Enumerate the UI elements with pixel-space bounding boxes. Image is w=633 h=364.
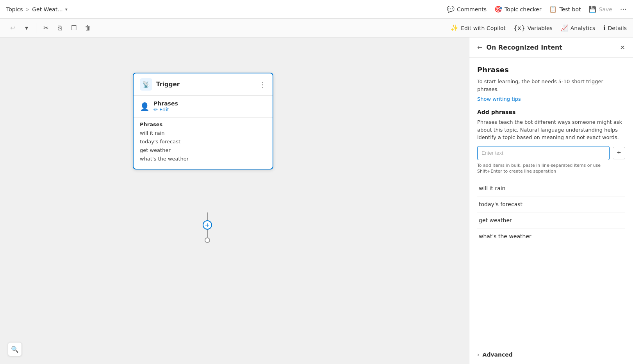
connector-end-circle [205, 237, 210, 243]
copilot-icon: ✨ [451, 24, 458, 32]
zoom-icon: 🔍 [11, 346, 19, 353]
add-node-button[interactable]: + [203, 220, 212, 230]
panel-header: ← On Recognized Intent ✕ [469, 37, 633, 58]
connector-line-bottom [207, 230, 208, 237]
trigger-icon: 📡 [140, 78, 152, 91]
breadcrumb-separator: > [25, 6, 30, 12]
comments-action[interactable]: 💬 Comments [447, 5, 487, 13]
save-label: Save [599, 6, 612, 12]
analytics-icon: 📈 [560, 24, 568, 32]
trigger-header: 📡 Trigger ⋮ [134, 73, 273, 96]
topic-checker-label: Topic checker [505, 6, 542, 12]
breadcrumb: Topics > Get Weat... ▾ [6, 6, 68, 12]
trigger-title: Trigger [156, 81, 180, 88]
topic-checker-action[interactable]: 🎯 Topic checker [494, 5, 542, 13]
comments-label: Comments [457, 6, 487, 12]
breadcrumb-chevron-down-icon[interactable]: ▾ [65, 7, 68, 12]
phrase-text-4: what's the weather [479, 233, 531, 239]
phrases-list-title: Phrases [140, 121, 266, 127]
paste-button[interactable]: ❐ [68, 22, 80, 34]
test-bot-label: Test bot [559, 6, 581, 12]
breadcrumb-current: Get Weat... [32, 6, 62, 12]
analytics-label: Analytics [571, 25, 596, 31]
more-options-icon[interactable]: ··· [620, 5, 627, 13]
topics-breadcrumb-link[interactable]: Topics [6, 6, 23, 12]
top-bar-actions: 💬 Comments 🎯 Topic checker 📋 Test bot 💾 … [447, 5, 627, 13]
edit-copilot-action[interactable]: ✨ Edit with Copilot [451, 24, 506, 32]
phrases-list-section: Phrases will it rain today's forecast ge… [134, 118, 273, 169]
panel-header-left: ← On Recognized Intent [477, 44, 562, 51]
add-phrase-input-row: + [477, 146, 625, 160]
toolbar-right: ✨ Edit with Copilot {x} Variables 📈 Anal… [451, 24, 627, 32]
panel-description: To start learning, the bot needs 5-10 sh… [477, 78, 625, 93]
save-icon: 💾 [588, 5, 596, 13]
back-arrow-icon[interactable]: ← [477, 44, 482, 51]
phrases-info: Phrases ✏ Edit [153, 100, 178, 112]
toolbar-left: ↩ ▾ ✂ ⎘ ❐ 🗑 [6, 22, 94, 34]
close-panel-icon[interactable]: ✕ [620, 44, 625, 51]
copy-button[interactable]: ⎘ [53, 22, 66, 34]
variables-icon: {x} [514, 24, 525, 32]
comments-icon: 💬 [447, 5, 455, 13]
delete-button[interactable]: 🗑 [82, 22, 94, 34]
advanced-label: Advanced [483, 352, 513, 358]
phrases-icon: 👤 [140, 102, 150, 111]
connector-line-top [207, 212, 208, 220]
phrase-list-item: what's the weather [477, 228, 625, 244]
input-hint: To add items in bulk, paste in line-sepa… [477, 162, 625, 175]
phrase-list-item: will it rain [477, 180, 625, 196]
phrases-label: Phrases [153, 100, 178, 107]
toolbar: ↩ ▾ ✂ ⎘ ❐ 🗑 ✨ Edit with Copilot {x} Vari… [0, 19, 633, 37]
edit-label: Edit [159, 107, 169, 112]
phrase-item-node-3: get weather [140, 146, 266, 155]
add-phrase-button[interactable]: + [613, 147, 625, 159]
add-phrases-description: Phrases teach the bot different ways som… [477, 118, 625, 141]
phrase-input[interactable] [477, 146, 610, 160]
phrase-list-item: today's forecast [477, 196, 625, 212]
analytics-action[interactable]: 📈 Analytics [560, 24, 596, 32]
phrase-item-node-4: what's the weather [140, 155, 266, 163]
advanced-chevron-right-icon: › [477, 352, 480, 358]
panel-title: On Recognized Intent [486, 44, 562, 51]
phrase-list-item: get weather [477, 212, 625, 228]
panel-body: Phrases To start learning, the bot needs… [469, 58, 633, 345]
connector: + [203, 212, 212, 243]
cut-button[interactable]: ✂ [39, 22, 52, 34]
edit-pencil-icon: ✏ [153, 107, 158, 112]
trigger-more-icon[interactable]: ⋮ [259, 80, 266, 89]
details-icon: ℹ [603, 24, 605, 32]
canvas-area[interactable]: 📡 Trigger ⋮ 👤 Phrases ✏ Edit [0, 37, 469, 364]
phrase-text-3: get weather [479, 217, 512, 223]
trigger-header-left: 📡 Trigger [140, 78, 180, 91]
phrases-row: 👤 Phrases ✏ Edit [140, 100, 266, 112]
phrases-section: 👤 Phrases ✏ Edit [134, 96, 273, 118]
zoom-button[interactable]: 🔍 [8, 342, 22, 356]
phrase-text-1: will it rain [479, 185, 506, 191]
panel-section-title: Phrases [477, 66, 625, 74]
phrase-item-node-1: will it rain [140, 129, 266, 137]
variables-label: Variables [528, 25, 553, 31]
save-action[interactable]: 💾 Save [588, 5, 612, 13]
phrase-item-node-2: today's forecast [140, 137, 266, 146]
test-bot-icon: 📋 [549, 5, 557, 13]
dropdown-button[interactable]: ▾ [20, 22, 33, 34]
right-panel: ← On Recognized Intent ✕ Phrases To star… [469, 37, 633, 364]
edit-copilot-label: Edit with Copilot [461, 25, 506, 31]
details-action[interactable]: ℹ Details [603, 24, 627, 32]
undo-button[interactable]: ↩ [6, 22, 19, 34]
variables-action[interactable]: {x} Variables [514, 24, 553, 32]
trigger-node: 📡 Trigger ⋮ 👤 Phrases ✏ Edit [133, 73, 273, 170]
test-bot-action[interactable]: 📋 Test bot [549, 5, 581, 13]
phrase-text-2: today's forecast [479, 201, 522, 207]
details-label: Details [608, 25, 627, 31]
show-tips-link[interactable]: Show writing tips [477, 96, 625, 102]
topic-checker-icon: 🎯 [494, 5, 502, 13]
edit-link[interactable]: ✏ Edit [153, 107, 178, 112]
top-bar: Topics > Get Weat... ▾ 💬 Comments 🎯 Topi… [0, 0, 633, 19]
toolbar-separator-1 [36, 23, 36, 33]
add-phrases-title: Add phrases [477, 109, 625, 115]
advanced-section[interactable]: › Advanced [469, 345, 633, 364]
main-content: 📡 Trigger ⋮ 👤 Phrases ✏ Edit [0, 37, 633, 364]
